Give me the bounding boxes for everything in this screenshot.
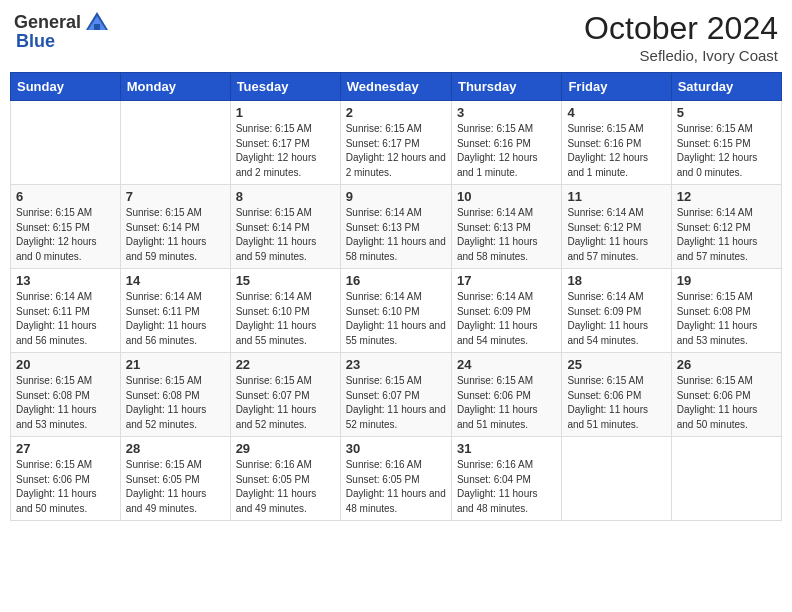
calendar-cell: 18Sunrise: 6:14 AMSunset: 6:09 PMDayligh…	[562, 269, 671, 353]
calendar-cell: 16Sunrise: 6:14 AMSunset: 6:10 PMDayligh…	[340, 269, 451, 353]
logo-blue-text: Blue	[16, 32, 55, 52]
calendar-cell: 31Sunrise: 6:16 AMSunset: 6:04 PMDayligh…	[451, 437, 561, 521]
weekday-header-monday: Monday	[120, 73, 230, 101]
day-info: Sunrise: 6:15 AMSunset: 6:06 PMDaylight:…	[677, 374, 776, 432]
day-number: 17	[457, 273, 556, 288]
day-number: 25	[567, 357, 665, 372]
calendar-cell	[120, 101, 230, 185]
day-info: Sunrise: 6:16 AMSunset: 6:04 PMDaylight:…	[457, 458, 556, 516]
svg-rect-2	[94, 24, 100, 30]
calendar-cell: 12Sunrise: 6:14 AMSunset: 6:12 PMDayligh…	[671, 185, 781, 269]
day-number: 27	[16, 441, 115, 456]
day-number: 1	[236, 105, 335, 120]
day-info: Sunrise: 6:16 AMSunset: 6:05 PMDaylight:…	[236, 458, 335, 516]
week-row-2: 6Sunrise: 6:15 AMSunset: 6:15 PMDaylight…	[11, 185, 782, 269]
day-info: Sunrise: 6:15 AMSunset: 6:16 PMDaylight:…	[567, 122, 665, 180]
day-info: Sunrise: 6:14 AMSunset: 6:12 PMDaylight:…	[677, 206, 776, 264]
day-number: 23	[346, 357, 446, 372]
calendar-cell: 29Sunrise: 6:16 AMSunset: 6:05 PMDayligh…	[230, 437, 340, 521]
logo-general-text: General	[14, 13, 81, 33]
location: Sefledio, Ivory Coast	[584, 47, 778, 64]
day-info: Sunrise: 6:15 AMSunset: 6:06 PMDaylight:…	[16, 458, 115, 516]
day-info: Sunrise: 6:15 AMSunset: 6:08 PMDaylight:…	[677, 290, 776, 348]
day-number: 19	[677, 273, 776, 288]
day-info: Sunrise: 6:15 AMSunset: 6:14 PMDaylight:…	[236, 206, 335, 264]
day-number: 30	[346, 441, 446, 456]
day-info: Sunrise: 6:15 AMSunset: 6:16 PMDaylight:…	[457, 122, 556, 180]
day-number: 10	[457, 189, 556, 204]
day-info: Sunrise: 6:15 AMSunset: 6:07 PMDaylight:…	[236, 374, 335, 432]
day-number: 12	[677, 189, 776, 204]
day-number: 2	[346, 105, 446, 120]
calendar-cell: 13Sunrise: 6:14 AMSunset: 6:11 PMDayligh…	[11, 269, 121, 353]
calendar-cell: 3Sunrise: 6:15 AMSunset: 6:16 PMDaylight…	[451, 101, 561, 185]
week-row-4: 20Sunrise: 6:15 AMSunset: 6:08 PMDayligh…	[11, 353, 782, 437]
calendar-cell	[11, 101, 121, 185]
day-info: Sunrise: 6:14 AMSunset: 6:13 PMDaylight:…	[457, 206, 556, 264]
day-info: Sunrise: 6:15 AMSunset: 6:15 PMDaylight:…	[677, 122, 776, 180]
day-number: 16	[346, 273, 446, 288]
day-number: 26	[677, 357, 776, 372]
weekday-header-row: SundayMondayTuesdayWednesdayThursdayFrid…	[11, 73, 782, 101]
day-info: Sunrise: 6:14 AMSunset: 6:10 PMDaylight:…	[346, 290, 446, 348]
title-area: October 2024 Sefledio, Ivory Coast	[584, 10, 778, 64]
day-number: 14	[126, 273, 225, 288]
weekday-header-friday: Friday	[562, 73, 671, 101]
day-info: Sunrise: 6:15 AMSunset: 6:07 PMDaylight:…	[346, 374, 446, 432]
day-number: 9	[346, 189, 446, 204]
calendar-cell	[562, 437, 671, 521]
day-info: Sunrise: 6:14 AMSunset: 6:10 PMDaylight:…	[236, 290, 335, 348]
day-number: 3	[457, 105, 556, 120]
logo-icon	[84, 10, 110, 36]
calendar-cell: 9Sunrise: 6:14 AMSunset: 6:13 PMDaylight…	[340, 185, 451, 269]
day-info: Sunrise: 6:14 AMSunset: 6:11 PMDaylight:…	[126, 290, 225, 348]
calendar-cell: 25Sunrise: 6:15 AMSunset: 6:06 PMDayligh…	[562, 353, 671, 437]
calendar-cell: 20Sunrise: 6:15 AMSunset: 6:08 PMDayligh…	[11, 353, 121, 437]
weekday-header-tuesday: Tuesday	[230, 73, 340, 101]
calendar-cell: 27Sunrise: 6:15 AMSunset: 6:06 PMDayligh…	[11, 437, 121, 521]
calendar-cell: 11Sunrise: 6:14 AMSunset: 6:12 PMDayligh…	[562, 185, 671, 269]
day-info: Sunrise: 6:15 AMSunset: 6:17 PMDaylight:…	[236, 122, 335, 180]
calendar-cell: 30Sunrise: 6:16 AMSunset: 6:05 PMDayligh…	[340, 437, 451, 521]
calendar-cell	[671, 437, 781, 521]
week-row-1: 1Sunrise: 6:15 AMSunset: 6:17 PMDaylight…	[11, 101, 782, 185]
day-info: Sunrise: 6:15 AMSunset: 6:15 PMDaylight:…	[16, 206, 115, 264]
day-number: 15	[236, 273, 335, 288]
calendar-cell: 8Sunrise: 6:15 AMSunset: 6:14 PMDaylight…	[230, 185, 340, 269]
day-info: Sunrise: 6:15 AMSunset: 6:06 PMDaylight:…	[567, 374, 665, 432]
day-number: 7	[126, 189, 225, 204]
calendar-table: SundayMondayTuesdayWednesdayThursdayFrid…	[10, 72, 782, 521]
day-number: 18	[567, 273, 665, 288]
weekday-header-saturday: Saturday	[671, 73, 781, 101]
weekday-header-thursday: Thursday	[451, 73, 561, 101]
day-info: Sunrise: 6:14 AMSunset: 6:12 PMDaylight:…	[567, 206, 665, 264]
calendar-cell: 17Sunrise: 6:14 AMSunset: 6:09 PMDayligh…	[451, 269, 561, 353]
weekday-header-sunday: Sunday	[11, 73, 121, 101]
day-number: 5	[677, 105, 776, 120]
day-number: 21	[126, 357, 225, 372]
calendar-cell: 24Sunrise: 6:15 AMSunset: 6:06 PMDayligh…	[451, 353, 561, 437]
calendar-cell: 23Sunrise: 6:15 AMSunset: 6:07 PMDayligh…	[340, 353, 451, 437]
day-number: 24	[457, 357, 556, 372]
day-info: Sunrise: 6:15 AMSunset: 6:06 PMDaylight:…	[457, 374, 556, 432]
day-info: Sunrise: 6:14 AMSunset: 6:13 PMDaylight:…	[346, 206, 446, 264]
day-info: Sunrise: 6:15 AMSunset: 6:17 PMDaylight:…	[346, 122, 446, 180]
day-info: Sunrise: 6:14 AMSunset: 6:09 PMDaylight:…	[567, 290, 665, 348]
day-number: 4	[567, 105, 665, 120]
day-info: Sunrise: 6:14 AMSunset: 6:11 PMDaylight:…	[16, 290, 115, 348]
calendar-cell: 22Sunrise: 6:15 AMSunset: 6:07 PMDayligh…	[230, 353, 340, 437]
calendar-cell: 6Sunrise: 6:15 AMSunset: 6:15 PMDaylight…	[11, 185, 121, 269]
calendar-cell: 4Sunrise: 6:15 AMSunset: 6:16 PMDaylight…	[562, 101, 671, 185]
day-info: Sunrise: 6:16 AMSunset: 6:05 PMDaylight:…	[346, 458, 446, 516]
day-number: 20	[16, 357, 115, 372]
day-number: 28	[126, 441, 225, 456]
week-row-3: 13Sunrise: 6:14 AMSunset: 6:11 PMDayligh…	[11, 269, 782, 353]
day-info: Sunrise: 6:15 AMSunset: 6:05 PMDaylight:…	[126, 458, 225, 516]
day-number: 6	[16, 189, 115, 204]
day-info: Sunrise: 6:14 AMSunset: 6:09 PMDaylight:…	[457, 290, 556, 348]
weekday-header-wednesday: Wednesday	[340, 73, 451, 101]
month-title: October 2024	[584, 10, 778, 47]
calendar-cell: 28Sunrise: 6:15 AMSunset: 6:05 PMDayligh…	[120, 437, 230, 521]
day-info: Sunrise: 6:15 AMSunset: 6:08 PMDaylight:…	[16, 374, 115, 432]
calendar-cell: 15Sunrise: 6:14 AMSunset: 6:10 PMDayligh…	[230, 269, 340, 353]
